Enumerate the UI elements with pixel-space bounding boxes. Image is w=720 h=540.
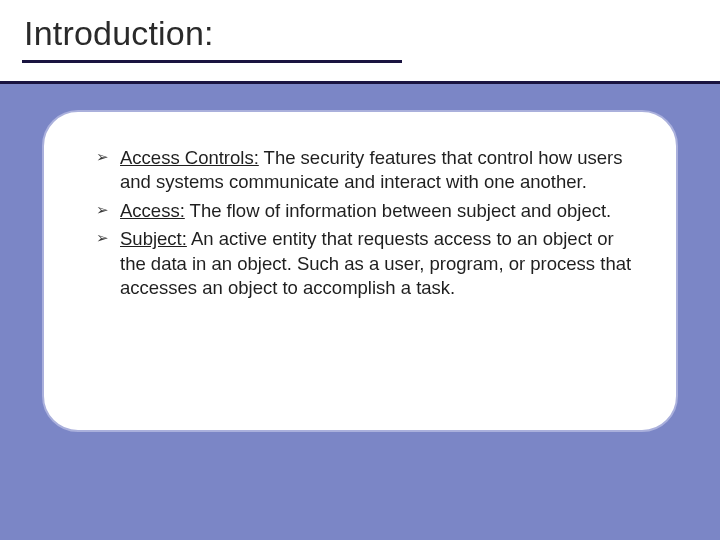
definition: An active entity that requests access to… [120,228,631,298]
term: Access Controls: [120,147,259,168]
term: Subject: [120,228,187,249]
title-underline [22,60,402,63]
list-item: Access: The flow of information between … [96,199,632,223]
definition: The flow of information between subject … [185,200,611,221]
bullet-list: Access Controls: The security features t… [96,146,632,300]
list-item: Access Controls: The security features t… [96,146,632,195]
content-card: Access Controls: The security features t… [42,110,678,432]
page-title: Introduction: [24,14,214,53]
term: Access: [120,200,185,221]
header-panel: Introduction: [0,0,720,84]
list-item: Subject: An active entity that requests … [96,227,632,300]
